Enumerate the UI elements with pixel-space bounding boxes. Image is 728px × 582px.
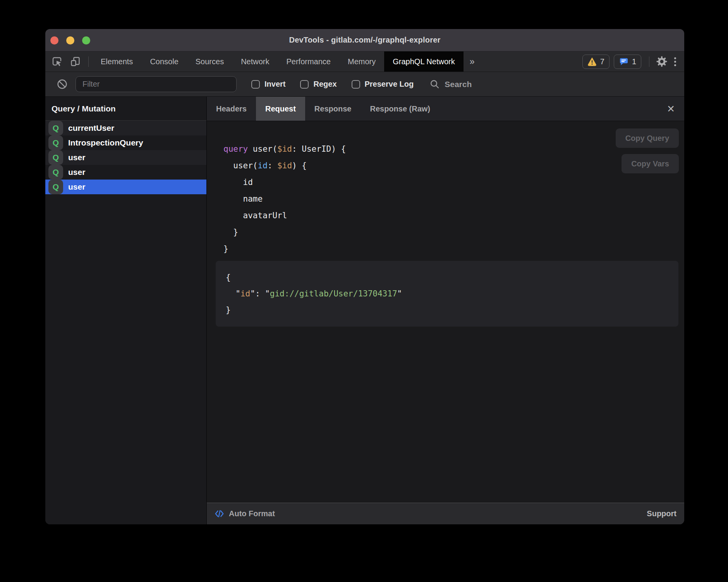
titlebar: DevTools - gitlab.com/-/graphql-explorer — [45, 29, 684, 51]
regex-checkbox[interactable] — [300, 80, 309, 89]
query-list-item-user[interactable]: Quser — [45, 150, 206, 165]
variables-box: { "id": "gid://gitlab/User/13704317"} — [216, 261, 678, 327]
devtools-toolbar: ElementsConsoleSourcesNetworkPerformance… — [45, 51, 684, 72]
search-icon — [430, 79, 440, 89]
query-type-badge: Q — [48, 165, 63, 180]
code-brackets-icon — [215, 509, 224, 519]
devtools-tab-network[interactable]: Network — [232, 51, 278, 72]
detail-tab-headers[interactable]: Headers — [207, 97, 256, 121]
panel-footer: Auto Format Support — [207, 503, 684, 524]
warning-icon — [587, 57, 597, 66]
devtools-window: DevTools - gitlab.com/-/graphql-explorer… — [45, 29, 684, 524]
code-line: query user($id: UserID) { — [223, 141, 684, 157]
devtools-tab-memory[interactable]: Memory — [339, 51, 384, 72]
support-link[interactable]: Support — [647, 509, 676, 518]
graphql-query-code: query user($id: UserID) { user(id: $id) … — [207, 141, 684, 257]
invert-checkbox[interactable] — [251, 80, 260, 89]
query-type-badge: Q — [48, 180, 63, 194]
more-tabs-button[interactable]: » — [464, 51, 481, 72]
clear-requests-button[interactable] — [57, 79, 67, 89]
preserve-log-checkbox-group[interactable]: Preserve Log — [352, 80, 414, 89]
query-list-item-user-selected[interactable]: Quser — [45, 180, 206, 194]
query-list-header: Query / Mutation — [45, 97, 206, 121]
toolbar-spacer — [481, 51, 582, 72]
preserve-log-checkbox[interactable] — [352, 80, 360, 89]
auto-format-button[interactable]: Auto Format — [215, 509, 275, 519]
code-line: avatarUrl — [223, 207, 684, 224]
request-view: Copy Query Copy Vars query user($id: Use… — [207, 121, 684, 503]
warnings-badge[interactable]: 7 — [582, 55, 610, 69]
detail-tabs: HeadersRequestResponseResponse (Raw) ✕ — [207, 97, 684, 121]
query-list-item-currentUser[interactable]: QcurrentUser — [45, 121, 206, 135]
query-name-label: IntrospectionQuery — [68, 138, 143, 147]
filter-bar: InvertRegexPreserve Log Search — [45, 72, 684, 97]
regex-checkbox-label: Regex — [313, 80, 337, 89]
code-line: } — [223, 224, 684, 241]
detail-panel: HeadersRequestResponseResponse (Raw) ✕ C… — [207, 97, 684, 524]
copy-query-button[interactable]: Copy Query — [616, 128, 679, 148]
code-line: "id": "gid://gitlab/User/13704317" — [226, 286, 668, 302]
inspect-cursor-icon — [51, 56, 63, 67]
query-list: QcurrentUserQIntrospectionQueryQuserQuse… — [45, 121, 206, 194]
code-line: } — [223, 241, 684, 257]
minimize-window-button[interactable] — [66, 36, 74, 45]
toolbar-right-group: 7 1 — [582, 51, 684, 72]
devtools-tab-elements[interactable]: Elements — [92, 51, 141, 72]
filter-input[interactable] — [76, 76, 237, 92]
devtools-tabs: ElementsConsoleSourcesNetworkPerformance… — [92, 51, 464, 72]
variables-json-code: { "id": "gid://gitlab/User/13704317"} — [226, 269, 668, 318]
toolbar-divider — [88, 56, 89, 67]
panel-content: Query / Mutation QcurrentUserQIntrospect… — [45, 97, 684, 524]
devtools-tab-graphql-network[interactable]: GraphQL Network — [384, 51, 463, 72]
invert-checkbox-group[interactable]: Invert — [251, 80, 285, 89]
query-name-label: currentUser — [68, 123, 114, 133]
auto-format-label: Auto Format — [229, 509, 275, 518]
query-name-label: user — [68, 168, 85, 177]
detail-tabs-list: HeadersRequestResponseResponse (Raw) — [207, 97, 440, 121]
invert-checkbox-label: Invert — [264, 80, 285, 89]
search-button[interactable]: Search — [430, 79, 472, 89]
query-list-item-IntrospectionQuery[interactable]: QIntrospectionQuery — [45, 135, 206, 150]
message-icon — [619, 57, 628, 67]
settings-button[interactable] — [653, 51, 671, 72]
query-name-label: user — [68, 153, 85, 162]
issues-badge[interactable]: 1 — [614, 55, 641, 69]
code-line: name — [223, 191, 684, 207]
query-type-badge: Q — [48, 135, 63, 150]
more-options-button[interactable] — [671, 51, 680, 72]
detail-tab-response[interactable]: Response — [305, 97, 361, 121]
query-type-badge: Q — [48, 121, 63, 135]
query-name-label: user — [68, 182, 85, 192]
detail-tab-response-raw[interactable]: Response (Raw) — [361, 97, 440, 121]
window-title: DevTools - gitlab.com/-/graphql-explorer — [45, 36, 684, 45]
toolbar-divider-2 — [649, 56, 649, 67]
query-list-item-user[interactable]: Quser — [45, 165, 206, 180]
devtools-tab-performance[interactable]: Performance — [278, 51, 340, 72]
block-icon — [57, 79, 67, 89]
message-count: 1 — [632, 57, 636, 66]
preserve-log-checkbox-label: Preserve Log — [365, 80, 414, 89]
copy-buttons: Copy Query Copy Vars — [616, 128, 679, 173]
fullscreen-window-button[interactable] — [82, 36, 90, 45]
device-toolbar-button[interactable] — [66, 51, 85, 72]
query-sidebar: Query / Mutation QcurrentUserQIntrospect… — [45, 97, 207, 524]
copy-vars-button[interactable]: Copy Vars — [622, 154, 679, 173]
regex-checkbox-group[interactable]: Regex — [300, 80, 337, 89]
search-label: Search — [445, 80, 472, 89]
close-panel-button[interactable]: ✕ — [664, 103, 678, 115]
devtools-tab-console[interactable]: Console — [141, 51, 187, 72]
close-window-button[interactable] — [50, 36, 58, 45]
devtools-tab-sources[interactable]: Sources — [187, 51, 232, 72]
detail-tab-request[interactable]: Request — [256, 97, 305, 121]
device-toolbar-icon — [70, 56, 81, 67]
inspect-element-button[interactable] — [48, 51, 66, 72]
kebab-menu-icon — [674, 57, 676, 66]
warning-count: 7 — [600, 57, 604, 66]
code-line: } — [226, 302, 668, 318]
code-line: user(id: $id) { — [223, 157, 684, 174]
query-type-badge: Q — [48, 150, 63, 165]
filter-toggles: InvertRegexPreserve Log — [237, 80, 414, 89]
code-line: id — [223, 174, 684, 191]
code-line: { — [226, 269, 668, 286]
gear-icon — [656, 56, 667, 67]
